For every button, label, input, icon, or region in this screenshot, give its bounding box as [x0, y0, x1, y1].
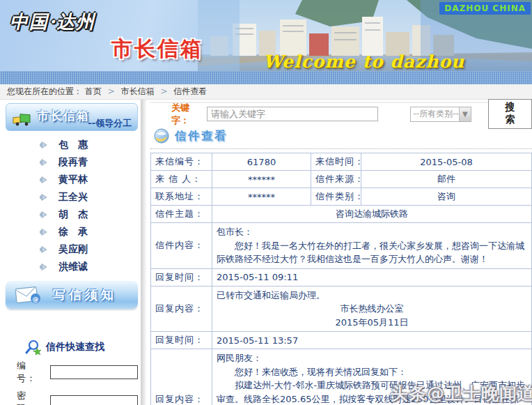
sidebar-item-leader[interactable]: 段再青 — [6, 153, 138, 171]
reply1-content-cell: 已转市交通和运输局办理。 市长热线办公室 2015年05月11日 — [212, 286, 532, 332]
reply2-content-cell: 网民朋友： 您好！来信收悉，现将有关情况回复如下： 拟建达州-大竹-邻水-重庆城… — [212, 349, 532, 405]
arrow-bullet-icon — [39, 176, 47, 184]
chevron-down-icon[interactable]: ▼ — [459, 107, 471, 121]
subject-label: 信件主题： — [151, 206, 212, 223]
reply1-time-value: 2015-05-11 09:11 — [212, 268, 532, 286]
category-selected-value: --所有类别-- — [411, 108, 459, 120]
sidebar-item-leader[interactable]: 洪维诚 — [6, 258, 138, 275]
keyword-search-bar: 关键字： --所有类别-- ▼ 搜 索 — [150, 102, 532, 123]
source-label: 信件来源： — [311, 171, 361, 188]
reply-content-label: 回复内容： — [151, 286, 212, 332]
table-row: 来 信 人： ****** 信件来源： 邮件 — [151, 171, 532, 188]
table-row: 回复时间： 2015-05-11 09:11 — [151, 268, 532, 286]
table-row: 信件内容： 包市长： 您好！我是一名大竹在外的打工者，很关心家乡发展，想咨询一下… — [151, 223, 532, 269]
globe-sphere-icon — [153, 128, 170, 144]
sidebar: 市长信箱 --领导分工 包 惠 段再青 黄平林 王全兴 胡 杰 徐 承 — [6, 100, 138, 405]
breadcrumb-label: 您现在所在的位置： — [7, 86, 82, 96]
sender-label: 来 信 人： — [151, 171, 212, 188]
letter-no-value: 61780 — [212, 153, 311, 171]
arrow-bullet-icon — [39, 211, 47, 219]
site-brand: 中国·达州 — [10, 10, 95, 34]
main-panel: 关键字： --所有类别-- ▼ 搜 索 信件查看 来信编号： 61 — [146, 100, 532, 405]
reply1-date: 2015年05月11日 — [217, 316, 527, 330]
reply2-time-value: 2015-05-11 13:57 — [212, 332, 532, 349]
dotted-separator — [150, 148, 532, 149]
svg-text:@: @ — [33, 296, 39, 303]
dazhou-china-tag: DAZHOU CHINA — [439, 2, 531, 15]
letter-no-label: 来信编号： — [151, 153, 212, 171]
sidebar-item-leader[interactable]: 徐 承 — [6, 223, 138, 240]
quick-search-title: 信件快速查找 — [46, 341, 104, 353]
content-value: 包市长： 您好！我是一名大竹在外的打工者，很关心家乡发展，想咨询一下达渝城际铁路… — [212, 223, 532, 269]
mail-truck-icon — [12, 109, 33, 126]
arrow-bullet-icon — [39, 263, 47, 271]
breadcrumb-separator: > — [108, 86, 115, 96]
subject-value: 咨询达渝城际铁路 — [212, 206, 532, 223]
arrow-bullet-icon — [39, 193, 47, 201]
table-row: 联系地址： ****** 信件类别： 咨询 — [151, 188, 532, 206]
table-row: 来信编号： 61780 来信时间： 2015-05-08 — [151, 153, 532, 171]
sidebar-item-leader[interactable]: 王全兴 — [6, 188, 138, 206]
sidebar-subtitle: --领导分工 — [88, 117, 132, 130]
sidebar-header: 市长信箱 --领导分工 — [6, 103, 138, 131]
reply2-text: 网民朋友： 您好！来信收悉，现将有关情况回复如下： 拟建达州-大竹-邻水-重庆城… — [217, 351, 527, 405]
letter-time-value: 2015-05-08 — [361, 153, 532, 171]
arrow-bullet-icon — [39, 158, 47, 167]
section-header: 信件查看 — [150, 128, 532, 144]
breadcrumb-separator: > — [160, 86, 167, 96]
content-area: 市长信箱 --领导分工 包 惠 段再青 黄平林 王全兴 胡 杰 徐 承 — [0, 100, 532, 405]
table-row: 回复内容： 网民朋友： 您好！来信收悉，现将有关情况回复如下： 拟建达州-大竹-… — [151, 349, 532, 405]
table-row: 回复内容： 已转市交通和运输局办理。 市长热线办公室 2015年05月11日 — [151, 286, 532, 332]
sidebar-item-leader[interactable]: 吴应刚 — [6, 240, 138, 258]
search-button[interactable]: 搜 索 — [488, 99, 532, 129]
table-row: 信件主题： 咨询达渝城际铁路 — [151, 206, 532, 223]
keyword-label: 关键字： — [171, 102, 203, 127]
letter-password-input[interactable] — [50, 395, 138, 405]
letter-no-label: 编 号： — [17, 360, 50, 385]
leader-list: 包 惠 段再青 黄平林 王全兴 胡 杰 徐 承 吴应刚 洪维诚 — [6, 136, 138, 275]
reply-content-label: 回复内容： — [151, 349, 212, 405]
breadcrumb-current: 信件查看 — [173, 86, 207, 96]
section-title: 信件查看 — [175, 129, 228, 144]
letter-time-label: 来信时间： — [311, 153, 361, 171]
sidebar-item-leader[interactable]: 胡 杰 — [6, 206, 138, 223]
magnifier-person-icon — [25, 339, 42, 355]
breadcrumb: 您现在所在的位置： 首页 > 市长信箱 > 信件查看 — [0, 84, 532, 100]
letter-detail-table: 来信编号： 61780 来信时间： 2015-05-08 来 信 人： ****… — [150, 153, 532, 405]
letter-no-input[interactable] — [50, 365, 138, 379]
type-value: 咨询 — [361, 188, 532, 206]
sender-value: ****** — [212, 171, 311, 188]
banner-bottom-band — [0, 71, 532, 84]
site-banner: 中国·达州 市长信箱 Welcome to dazhou DAZHOU CHIN… — [0, 0, 532, 84]
arrow-bullet-icon — [39, 141, 47, 149]
reply1-org: 市长热线办公室 — [217, 302, 527, 316]
keyword-input[interactable] — [207, 107, 378, 121]
table-row: 回复时间： 2015-05-11 13:57 — [151, 332, 532, 349]
quick-search-panel: 信件快速查找 编 号： 密 码： 查 询 重 置 — [6, 339, 138, 405]
arrow-bullet-icon — [39, 245, 47, 254]
letter-password-label: 密 码： — [17, 390, 50, 405]
reply-time-label: 回复时间： — [151, 332, 212, 349]
breadcrumb-home[interactable]: 首页 — [85, 86, 102, 96]
notice-label: 写信须知 — [53, 286, 117, 303]
sidebar-title: 市长信箱 — [37, 108, 90, 124]
write-letter-notice-banner[interactable]: @ 写信须知 — [6, 281, 138, 309]
address-label: 联系地址： — [151, 188, 212, 206]
category-select[interactable]: --所有类别-- ▼ — [410, 107, 471, 122]
arrow-bullet-icon — [39, 228, 47, 236]
sidebar-item-leader[interactable]: 黄平林 — [6, 171, 138, 188]
reply-time-label: 回复时间： — [151, 268, 212, 286]
reply1-text: 已转市交通和运输局办理。 — [217, 289, 527, 303]
breadcrumb-mailbox[interactable]: 市长信箱 — [121, 86, 155, 96]
sidebar-item-leader[interactable]: 包 惠 — [6, 136, 138, 153]
type-label: 信件类别： — [311, 188, 361, 206]
mayor-mailbox-title: 市长信箱 — [111, 35, 203, 63]
source-value: 邮件 — [361, 171, 532, 188]
vertical-divider — [141, 100, 146, 405]
envelope-icon: @ — [15, 286, 42, 304]
content-label: 信件内容： — [151, 223, 212, 269]
welcome-text: Welcome to dazhou — [263, 52, 464, 72]
address-value: ****** — [212, 188, 311, 206]
